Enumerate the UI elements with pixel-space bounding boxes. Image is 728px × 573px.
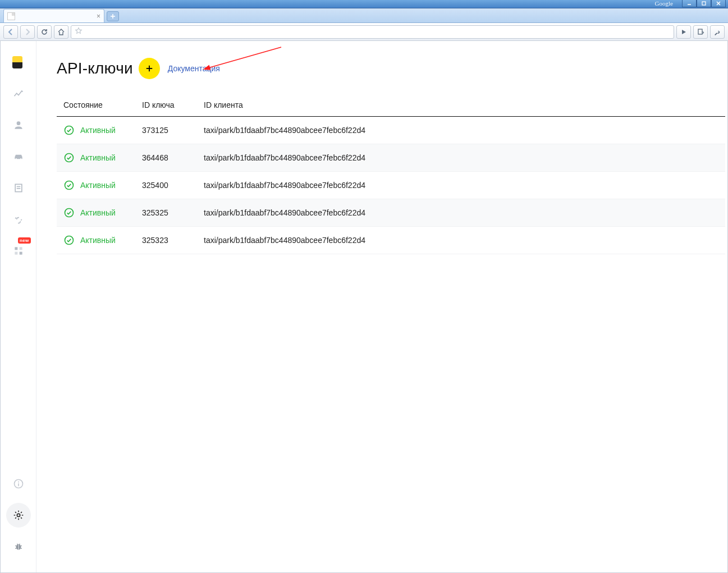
svg-point-7	[16, 121, 20, 125]
page-header: API-ключи Документация	[57, 58, 727, 79]
svg-point-29	[65, 209, 74, 217]
info-icon	[13, 478, 24, 489]
svg-rect-14	[19, 247, 22, 250]
client-id-cell: taxi/park/b1fdaabf7bc44890abcee7febc6f22…	[197, 172, 725, 199]
browser-toolbar	[0, 23, 728, 41]
link-icon	[13, 214, 24, 225]
sidebar-item-integrations[interactable]	[1, 204, 36, 235]
table-row[interactable]: Активный325323taxi/park/b1fdaabf7bc44890…	[57, 227, 725, 254]
url-bar[interactable]	[71, 25, 674, 39]
app-sidebar: new	[1, 41, 36, 572]
client-id-cell: taxi/park/b1fdaabf7bc44890abcee7febc6f22…	[197, 144, 725, 172]
plus-icon	[144, 63, 154, 74]
annotation-arrow-icon	[203, 44, 292, 78]
new-tab-button[interactable]	[107, 11, 119, 21]
svg-rect-1	[702, 2, 706, 5]
page-actions-button[interactable]	[693, 25, 708, 39]
svg-rect-15	[15, 252, 17, 255]
svg-point-27	[65, 154, 74, 162]
status-label: Активный	[80, 153, 116, 162]
add-api-key-button[interactable]	[139, 58, 160, 79]
svg-point-30	[65, 236, 74, 245]
tab-strip: ×	[0, 8, 728, 23]
check-circle-icon	[63, 207, 75, 218]
client-id-cell: taxi/park/b1fdaabf7bc44890abcee7febc6f22…	[197, 199, 725, 227]
gear-icon	[13, 510, 24, 521]
grid-icon	[13, 245, 24, 256]
svg-point-18	[18, 482, 19, 483]
svg-point-26	[65, 126, 74, 135]
column-header-state[interactable]: Состояние	[57, 95, 135, 117]
car-icon	[13, 151, 24, 162]
sidebar-item-debug[interactable]	[1, 531, 36, 562]
documentation-link[interactable]: Документация	[168, 64, 220, 73]
key-id-cell: 364468	[135, 144, 197, 172]
wrench-menu-button[interactable]	[710, 25, 725, 39]
status-label: Активный	[80, 208, 116, 217]
key-id-cell: 373125	[135, 117, 197, 144]
key-id-cell: 325400	[135, 172, 197, 199]
window-controls	[682, 0, 726, 7]
status-label: Активный	[80, 181, 116, 190]
client-id-cell: taxi/park/b1fdaabf7bc44890abcee7febc6f22…	[197, 227, 725, 254]
key-id-cell: 325325	[135, 199, 197, 227]
new-badge: new	[18, 237, 30, 244]
nav-home-button[interactable]	[54, 25, 68, 39]
nav-reload-button[interactable]	[37, 25, 52, 39]
svg-point-28	[65, 181, 74, 190]
nav-forward-button[interactable]	[20, 25, 35, 39]
user-icon	[13, 120, 24, 131]
table-row[interactable]: Активный364468taxi/park/b1fdaabf7bc44890…	[57, 144, 725, 172]
sidebar-item-analytics[interactable]	[1, 78, 36, 109]
svg-point-9	[20, 158, 21, 160]
svg-rect-13	[15, 247, 17, 250]
browser-tab[interactable]: ×	[3, 9, 104, 22]
window-minimize-button[interactable]	[682, 0, 697, 7]
nav-back-button[interactable]	[3, 25, 18, 39]
url-input[interactable]	[86, 27, 670, 36]
bug-icon	[13, 541, 24, 552]
browser-brand-label: Google	[655, 0, 673, 7]
sidebar-item-vehicles[interactable]	[1, 141, 36, 172]
column-header-clientid[interactable]: ID клиента	[197, 95, 725, 117]
status-label: Активный	[80, 236, 116, 245]
column-header-keyid[interactable]: ID ключа	[135, 95, 197, 117]
sidebar-logo[interactable]	[1, 47, 36, 78]
svg-rect-6	[698, 29, 702, 34]
check-circle-icon	[63, 125, 75, 136]
sidebar-item-apps[interactable]: new	[1, 235, 36, 267]
table-row[interactable]: Активный325325taxi/park/b1fdaabf7bc44890…	[57, 199, 725, 227]
key-id-cell: 325323	[135, 227, 197, 254]
api-keys-table: Состояние ID ключа ID клиента Активный37…	[57, 95, 725, 254]
table-row[interactable]: Активный373125taxi/park/b1fdaabf7bc44890…	[57, 117, 725, 144]
sidebar-item-info[interactable]	[1, 468, 36, 499]
check-circle-icon	[63, 180, 75, 191]
tab-favicon-icon	[7, 12, 15, 20]
app-logo-icon	[12, 56, 25, 68]
chart-line-icon	[13, 88, 24, 99]
sidebar-item-settings[interactable]	[1, 499, 36, 531]
svg-rect-16	[19, 252, 22, 255]
window-close-button[interactable]	[711, 0, 726, 7]
page-viewport: new API-ключи Документация	[0, 41, 728, 573]
bookmark-star-icon[interactable]	[75, 27, 83, 36]
client-id-cell: taxi/park/b1fdaabf7bc44890abcee7febc6f22…	[197, 117, 725, 144]
document-icon	[13, 182, 24, 194]
table-row[interactable]: Активный325400taxi/park/b1fdaabf7bc44890…	[57, 172, 725, 199]
status-label: Активный	[80, 126, 116, 135]
svg-point-8	[15, 158, 17, 160]
check-circle-icon	[63, 235, 75, 246]
check-circle-icon	[63, 152, 75, 163]
window-titlebar: Google	[0, 0, 728, 8]
sidebar-item-users[interactable]	[1, 109, 36, 141]
main-content: API-ключи Документация Состояние ID ключ…	[36, 41, 727, 572]
play-button[interactable]	[676, 25, 691, 39]
window-maximize-button[interactable]	[697, 0, 711, 7]
svg-point-20	[17, 514, 20, 516]
page-title: API-ключи	[57, 59, 133, 77]
tab-close-icon[interactable]: ×	[97, 12, 100, 20]
sidebar-item-documents[interactable]	[1, 172, 36, 204]
